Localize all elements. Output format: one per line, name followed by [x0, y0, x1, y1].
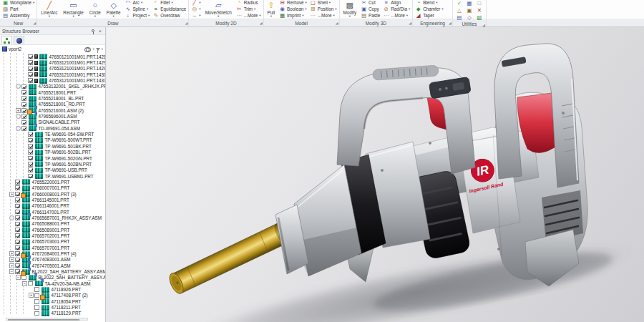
tree-item-checkbox[interactable]	[34, 287, 39, 292]
part-button[interactable]: ▨Part	[2, 6, 34, 12]
tree-item[interactable]: 47653121001M01.PRT.143066	[0, 72, 105, 77]
workplane-button[interactable]: ▣Workplane▾	[2, 0, 34, 6]
tree-item[interactable]: −TA-42V20-5A-NB.ASM	[0, 280, 105, 286]
expander-icon[interactable]: +	[16, 108, 21, 113]
tree-item[interactable]: 47118211.PRT	[0, 304, 105, 310]
expander-icon[interactable]	[16, 84, 21, 89]
utility-2-icon[interactable]: ▦	[465, 0, 474, 6]
tree-item-checkbox[interactable]	[15, 192, 20, 197]
taper-button[interactable]: ◢Taper	[415, 13, 443, 19]
tree-item[interactable]: 47965696001.ASM	[0, 113, 105, 119]
close-panel-icon[interactable]: ×	[97, 28, 103, 34]
line-arc-button[interactable]: ╱Line/Arc▾	[39, 1, 59, 18]
tree-item[interactable]: TE-W9691-054-SW.PRT	[0, 131, 105, 137]
tree-item-checkbox[interactable]	[21, 275, 26, 280]
tree-item-checkbox[interactable]	[21, 102, 26, 107]
tree-item-checkbox[interactable]	[28, 67, 33, 72]
rectangle-button[interactable]: ▭Rectangle▾	[62, 1, 84, 18]
tree-item-checkbox[interactable]	[34, 293, 39, 298]
tree-item-checkbox[interactable]	[28, 132, 33, 137]
dialog-launcher-icon[interactable]: ◢	[33, 21, 36, 25]
tree-item[interactable]: TP-W9691-502BN.PRT	[0, 161, 105, 167]
tree-item-checkbox[interactable]	[28, 72, 33, 77]
arc-button[interactable]: ◠Arc▾	[125, 0, 150, 6]
tree-item-checkbox[interactable]	[34, 299, 39, 304]
tree-item-checkbox[interactable]	[21, 96, 26, 101]
find-dropdown-icon[interactable]: ▾	[92, 47, 94, 51]
tree-item-checkbox[interactable]	[28, 281, 33, 286]
tree-item-checkbox[interactable]	[15, 258, 20, 263]
expander-icon[interactable]	[9, 215, 14, 220]
offset-arrow-button[interactable]: →▾	[191, 13, 200, 19]
boolean-button[interactable]: ◉Boolean▾	[279, 6, 307, 12]
tree-item[interactable]: 47655220001.PRT	[0, 179, 105, 185]
tree-item[interactable]: 47660007001.PRT	[0, 185, 105, 191]
overdraw-button[interactable]: ✎Overdraw	[152, 13, 186, 19]
tree-item-checkbox[interactable]	[28, 162, 33, 167]
tree-item-checkbox[interactable]	[28, 138, 33, 143]
fillet-button[interactable]: ◜Fillet▾	[152, 0, 186, 6]
tree-item[interactable]: −BL2022_5AH_BATTERY_ASSY.ASM (2)	[0, 268, 105, 274]
tree-horizontal-scrollbar[interactable]	[6, 318, 88, 321]
tree-root-row[interactable]: vport2 ▾ ▾	[0, 45, 105, 53]
tree-item-checkbox[interactable]	[21, 114, 26, 119]
tree-item[interactable]: 47653121001M01.PRT.142998	[0, 66, 105, 72]
cut-button[interactable]: ✂Cut	[361, 0, 380, 6]
tree-item[interactable]: TD-W9691-054.ASM	[0, 125, 105, 131]
tree-item-checkbox[interactable]	[15, 222, 20, 227]
equidistance-button[interactable]: ≡Equidistance	[152, 6, 186, 12]
tree-item-checkbox[interactable]	[15, 215, 20, 220]
expander-icon[interactable]	[16, 114, 21, 119]
pin-panel-icon[interactable]	[90, 28, 96, 34]
tree-item-checkbox[interactable]	[15, 185, 20, 190]
tree-item[interactable]: 47661145001.PRT	[0, 197, 105, 203]
utility-7-icon[interactable]: ▤	[455, 14, 464, 21]
tree-item[interactable]: SIGNALCABLE.PRT	[0, 119, 105, 125]
position-button[interactable]: ⊞Position▾	[310, 6, 337, 12]
tree-item[interactable]: +47660008001.PRT (3)	[0, 191, 105, 197]
tree-item-checkbox[interactable]	[21, 126, 26, 131]
shell-button[interactable]: ▢Shell▾	[310, 0, 337, 6]
tree-item[interactable]: 47661146001.PRT	[0, 203, 105, 209]
dialog-launcher-icon[interactable]: ◢	[336, 21, 338, 25]
tab-structure[interactable]	[1, 36, 12, 44]
tree-item[interactable]: 47118054.PRT	[0, 298, 105, 304]
tree-item-checkbox[interactable]	[15, 210, 20, 215]
tree-item[interactable]: 47118926.PRT	[0, 286, 105, 292]
tree-item[interactable]: 47653121001M01.PRT.143391	[0, 77, 105, 83]
tree-item[interactable]: +47674705001.ASM	[0, 263, 105, 268]
tree-item[interactable]: 47655218001_RD.PRT	[0, 102, 105, 107]
tree-item[interactable]: TP-W9691-USBM1.PRT	[0, 173, 105, 179]
expander-icon[interactable]: −	[9, 269, 14, 274]
tree-item-checkbox[interactable]	[28, 60, 33, 65]
move-stretch-button[interactable]: ▱Move/Stretch▾	[204, 1, 233, 18]
line-red-button[interactable]: ╱▾	[191, 0, 200, 6]
tree-item-checkbox[interactable]	[21, 120, 26, 125]
tree-item[interactable]: 47661147001.PRT	[0, 209, 105, 215]
expander-icon[interactable]: +	[9, 251, 14, 256]
assembly-button[interactable]: ▤Assembly	[2, 13, 34, 19]
tree-item-checkbox[interactable]	[21, 108, 26, 113]
blend-button[interactable]: ◔Blend▾	[415, 0, 443, 6]
tree-item[interactable]: 47653121001M01.PRT.142915	[0, 59, 105, 65]
utility-1-icon[interactable]: ✓	[455, 0, 464, 6]
tree-item-checkbox[interactable]	[28, 174, 33, 179]
utility-9-icon[interactable]: ▧	[475, 14, 484, 21]
tree-item-checkbox[interactable]	[15, 197, 20, 203]
tree-item-checkbox[interactable]	[15, 228, 20, 233]
tree-item[interactable]: 47665702001.PRT	[0, 233, 105, 238]
align-button[interactable]: ≡Align	[383, 0, 410, 6]
dialog-launcher-icon[interactable]: ◢	[449, 21, 452, 25]
utility-6-icon[interactable]: ✕	[475, 7, 484, 14]
tree-item[interactable]: 47665707001.PRT	[0, 245, 105, 250]
tree-item-checkbox[interactable]	[28, 144, 33, 149]
scrollbar-thumb[interactable]	[8, 319, 79, 321]
tree-item[interactable]: +47117408.PRT (2)	[0, 293, 105, 298]
utility-3-icon[interactable]: □	[475, 0, 484, 6]
radius-button[interactable]: ◝Radius	[236, 0, 261, 6]
imprint-button[interactable]: ▦Imprint▾	[279, 13, 307, 19]
palette-button[interactable]: ◇Palette▾	[105, 1, 122, 18]
tree-item-checkbox[interactable]	[15, 180, 20, 185]
tree-item[interactable]: TP-W9691-501BK.PRT	[0, 143, 105, 149]
utility-5-icon[interactable]: ▣	[465, 7, 474, 14]
